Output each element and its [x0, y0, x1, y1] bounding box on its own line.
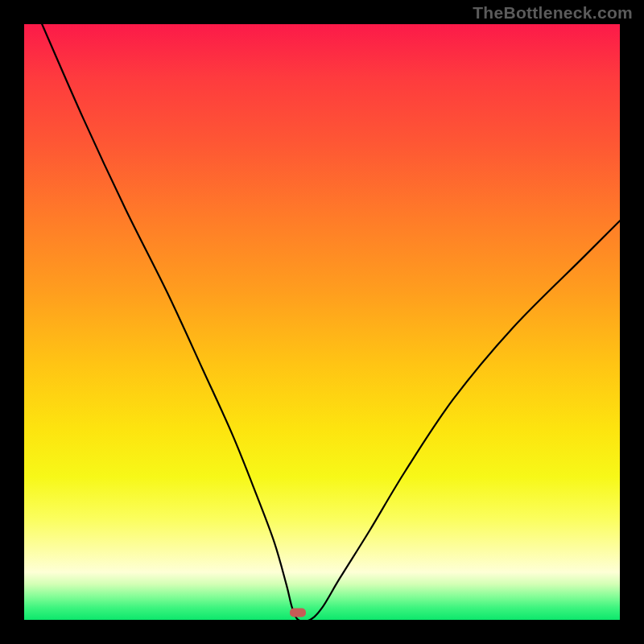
plot-area	[24, 24, 620, 620]
chart-frame: TheBottleneck.com	[0, 0, 644, 644]
optimal-point-marker	[290, 609, 306, 617]
bottleneck-curve	[24, 24, 620, 620]
watermark-text: TheBottleneck.com	[473, 3, 633, 23]
